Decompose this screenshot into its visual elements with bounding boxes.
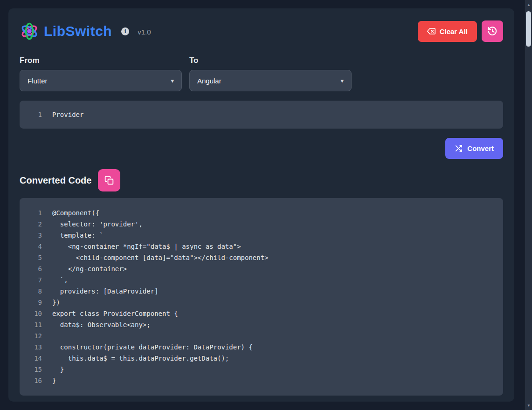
shuffle-icon (455, 144, 463, 152)
code-line: 16} (27, 375, 496, 386)
code-line: 5 <child-component [data]="data"></child… (27, 252, 496, 263)
converted-code-block: 1@Component({2 selector: 'provider',3 te… (20, 198, 503, 396)
to-select[interactable]: Angular ▾ (189, 70, 352, 91)
backspace-icon (427, 27, 435, 35)
from-select[interactable]: Flutter ▾ (20, 70, 182, 91)
code-line: 1Provider (27, 109, 496, 120)
to-value: Angular (197, 77, 221, 85)
code-line: 4 <ng-container *ngIf="data$ | async as … (27, 241, 496, 252)
history-icon (487, 26, 497, 36)
from-label: From (20, 56, 182, 65)
code-line: 12 (27, 330, 496, 342)
logo-wrap: LibSwitch i v1.0 (20, 21, 151, 41)
app-title: LibSwitch (44, 23, 112, 39)
vertical-scrollbar[interactable]: ▲ ▼ (525, 0, 532, 410)
convert-label: Convert (467, 144, 494, 152)
copy-button[interactable] (98, 169, 120, 191)
chevron-down-icon: ▾ (340, 77, 344, 84)
source-code-editor[interactable]: 1Provider (20, 101, 503, 129)
code-line: 15 } (27, 364, 496, 375)
version-label: v1.0 (138, 28, 151, 36)
app-container: LibSwitch i v1.0 Clear All (8, 8, 514, 402)
converted-code-heading: Converted Code (20, 175, 91, 186)
code-line: 9}) (27, 297, 496, 308)
atom-logo-icon (20, 21, 39, 41)
code-line: 8 providers: [DataProvider] (27, 286, 496, 297)
info-icon[interactable]: i (121, 27, 129, 35)
from-group: From Flutter ▾ (20, 56, 182, 91)
header: LibSwitch i v1.0 Clear All (20, 20, 503, 42)
code-line: 7 `, (27, 274, 496, 286)
history-button[interactable] (482, 20, 503, 42)
clear-all-label: Clear All (440, 27, 468, 35)
code-line: 1@Component({ (27, 207, 496, 219)
code-line: 13 constructor(private dataProvider: Dat… (27, 342, 496, 353)
scrollbar-thumb[interactable] (526, 11, 531, 47)
clear-all-button[interactable]: Clear All (418, 21, 477, 42)
code-line: 6 </ng-container> (27, 263, 496, 274)
convert-button[interactable]: Convert (445, 138, 503, 159)
chevron-down-icon: ▾ (171, 77, 174, 84)
code-line: 11 data$: Observable<any>; (27, 319, 496, 330)
output-header: Converted Code (20, 169, 503, 191)
copy-icon (104, 176, 114, 185)
language-selects: From Flutter ▾ To Angular ▾ (20, 56, 503, 91)
to-label: To (189, 56, 352, 65)
convert-row: Convert (20, 138, 503, 159)
code-line: 2 selector: 'provider', (27, 219, 496, 230)
header-actions: Clear All (418, 20, 503, 42)
code-line: 10export class ProviderComponent { (27, 308, 496, 319)
scroll-down-arrow[interactable]: ▼ (525, 402, 532, 409)
code-line: 14 this.data$ = this.dataProvider.getDat… (27, 353, 496, 364)
code-line: 3 template: ` (27, 230, 496, 241)
scroll-up-arrow[interactable]: ▲ (525, 1, 532, 8)
to-group: To Angular ▾ (189, 56, 352, 91)
from-value: Flutter (28, 77, 48, 85)
